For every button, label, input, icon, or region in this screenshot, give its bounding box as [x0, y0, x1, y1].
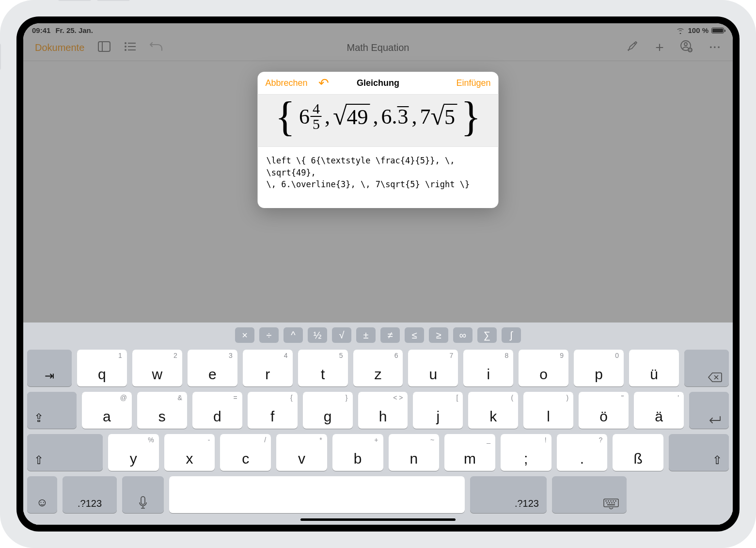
svg-rect-21: [614, 502, 615, 503]
letter-key-ü[interactable]: ü: [629, 350, 679, 387]
math-symbol-key[interactable]: ≤: [405, 327, 424, 343]
tab-key[interactable]: ⇥: [27, 350, 72, 387]
letter-key-ö[interactable]: "ö: [579, 392, 629, 429]
left-brace: {: [272, 102, 298, 131]
svg-rect-20: [611, 502, 613, 503]
math-symbol-key[interactable]: ±: [356, 327, 376, 343]
keyboard: ×÷^½√±≠≤≥∞∑∫ ⇥ 1q2w3e4r5t6z7u8i9o0pü ⇪ @…: [23, 322, 733, 525]
letter-key-x[interactable]: -x: [164, 434, 215, 471]
letter-key-z[interactable]: 6z: [353, 350, 403, 387]
math-symbol-key[interactable]: ½: [308, 327, 327, 343]
equation-preview: { 6 4 5 , √ 49 ,: [258, 94, 499, 147]
math-symbol-key[interactable]: ÷: [259, 327, 279, 343]
letter-key-;[interactable]: !;: [501, 434, 551, 471]
letter-key-g[interactable]: }g: [303, 392, 353, 429]
equation-source-input[interactable]: \left \{ 6{\textstyle \frac{4}{5}}, \, \…: [258, 147, 499, 208]
letter-key-ß[interactable]: ß: [613, 434, 663, 471]
caps-key[interactable]: ⇪: [27, 392, 77, 429]
mode-key-right[interactable]: .?123: [470, 476, 547, 513]
letter-key-j[interactable]: [j: [413, 392, 463, 429]
letter-key-v[interactable]: *v: [276, 434, 327, 471]
letter-key-f[interactable]: {f: [248, 392, 298, 429]
keyboard-math-bar: ×÷^½√±≠≤≥∞∑∫: [23, 322, 733, 347]
svg-rect-13: [605, 500, 607, 501]
dismiss-keyboard-key[interactable]: [552, 476, 627, 513]
math-symbol-key[interactable]: ^: [284, 327, 303, 343]
return-key[interactable]: [689, 392, 729, 429]
svg-rect-17: [615, 500, 616, 501]
letter-key-ä[interactable]: 'ä: [634, 392, 684, 429]
equation-popover: Abbrechen ↶ Gleichung Einfügen { 6 4 5: [258, 72, 499, 208]
letter-key-h[interactable]: < >h: [358, 392, 408, 429]
shift-key-right[interactable]: ⇧: [669, 434, 729, 471]
letter-key-w[interactable]: 2w: [132, 350, 182, 387]
preview-fraction: 4 5: [311, 101, 322, 131]
letter-key-y[interactable]: %y: [108, 434, 159, 471]
letter-key-r[interactable]: 4r: [243, 350, 293, 387]
svg-rect-18: [606, 502, 608, 503]
letter-key-.[interactable]: ?.: [557, 434, 608, 471]
letter-key-d[interactable]: =d: [192, 392, 242, 429]
math-symbol-key[interactable]: ≥: [429, 327, 448, 343]
preview-6: 6: [299, 104, 310, 129]
math-symbol-key[interactable]: ≠: [380, 327, 400, 343]
svg-rect-19: [609, 502, 610, 503]
preview-sqrt49: √ 49: [333, 104, 370, 129]
svg-rect-22: [607, 504, 615, 505]
space-key[interactable]: [169, 476, 465, 513]
svg-rect-15: [610, 500, 612, 501]
popover-undo-icon[interactable]: ↶: [318, 77, 329, 89]
math-symbol-key[interactable]: ×: [235, 327, 254, 343]
preview-overline-3: 3: [397, 106, 409, 127]
letter-key-t[interactable]: 5t: [298, 350, 348, 387]
letter-key-n[interactable]: ~n: [389, 434, 440, 471]
letter-key-m[interactable]: _m: [444, 434, 495, 471]
right-brace: }: [458, 102, 484, 131]
dictate-key[interactable]: [122, 476, 164, 513]
math-symbol-key[interactable]: ∞: [453, 327, 472, 343]
letter-key-l[interactable]: )l: [523, 392, 573, 429]
letter-key-b[interactable]: +b: [332, 434, 383, 471]
letter-key-c[interactable]: /c: [220, 434, 271, 471]
popover-title: Gleichung: [357, 78, 399, 88]
backspace-key[interactable]: [684, 350, 729, 387]
letter-key-q[interactable]: 1q: [77, 350, 127, 387]
mode-key-left[interactable]: .?123: [63, 476, 117, 513]
svg-rect-14: [608, 500, 609, 501]
shift-key-left[interactable]: ⇧: [27, 434, 103, 471]
cancel-button[interactable]: Abbrechen: [266, 78, 308, 88]
math-symbol-key[interactable]: ∑: [477, 327, 497, 343]
letter-key-o[interactable]: 9o: [519, 350, 568, 387]
preview-7sqrt5: 7 √ 5: [420, 104, 457, 129]
emoji-key[interactable]: ☺: [27, 476, 57, 513]
math-symbol-key[interactable]: √: [332, 327, 351, 343]
letter-key-s[interactable]: &s: [137, 392, 187, 429]
letter-key-u[interactable]: 7u: [408, 350, 458, 387]
svg-rect-11: [141, 497, 145, 504]
letter-key-i[interactable]: 8i: [463, 350, 513, 387]
letter-key-k[interactable]: (k: [468, 392, 518, 429]
letter-key-p[interactable]: 0p: [574, 350, 624, 387]
letter-key-e[interactable]: 3e: [188, 350, 237, 387]
math-symbol-key[interactable]: ∫: [502, 327, 521, 343]
svg-rect-16: [613, 500, 614, 501]
insert-button[interactable]: Einfügen: [456, 78, 490, 88]
letter-key-a[interactable]: @a: [82, 392, 132, 429]
home-indicator[interactable]: [300, 518, 456, 521]
